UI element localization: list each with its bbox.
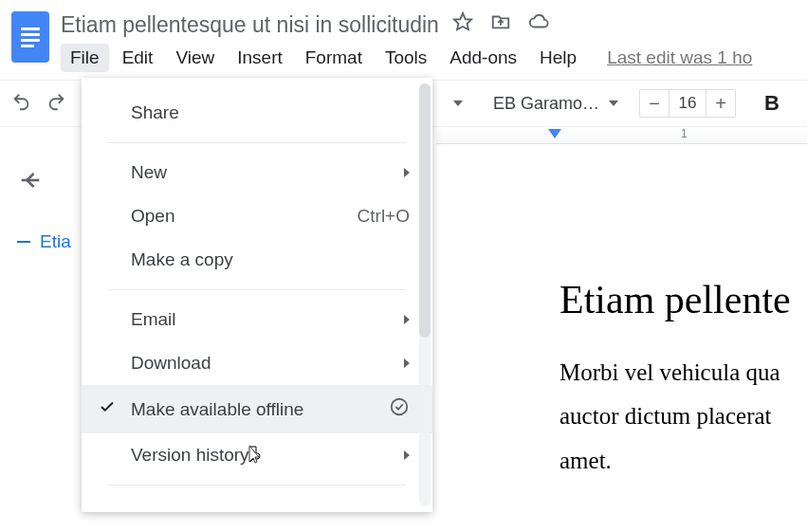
outline-panel: Etia bbox=[0, 144, 85, 532]
ruler[interactable]: 1 bbox=[436, 127, 807, 144]
font-size-decrease[interactable]: − bbox=[640, 89, 669, 118]
font-size-stepper: − 16 + bbox=[639, 89, 736, 118]
outline-collapse-icon[interactable] bbox=[17, 167, 74, 197]
styles-dropdown-icon[interactable] bbox=[453, 101, 463, 106]
menu-edit[interactable]: Edit bbox=[113, 44, 163, 72]
docs-logo[interactable] bbox=[11, 11, 49, 63]
menu-help[interactable]: Help bbox=[530, 44, 586, 72]
submenu-arrow-icon bbox=[404, 450, 410, 460]
offline-status-icon bbox=[389, 396, 410, 422]
menu-item-make-copy[interactable]: Make a copy bbox=[82, 238, 432, 282]
page-body-line: auctor dictum placerat bbox=[559, 394, 791, 438]
menu-item-share[interactable]: Share bbox=[82, 91, 432, 135]
outline-bullet-icon bbox=[17, 241, 30, 243]
menu-format[interactable]: Format bbox=[296, 44, 372, 72]
shortcut-label: Ctrl+O bbox=[358, 206, 410, 227]
submenu-arrow-icon bbox=[404, 358, 410, 368]
page-heading: Etiam pellente bbox=[559, 277, 791, 322]
menubar: File Edit View Insert Format Tools Add-o… bbox=[61, 44, 796, 72]
menu-view[interactable]: View bbox=[166, 44, 224, 72]
bold-button[interactable]: B bbox=[764, 91, 779, 116]
check-icon bbox=[99, 398, 116, 420]
menu-addons[interactable]: Add-ons bbox=[440, 44, 526, 72]
outline-item-label: Etia bbox=[40, 231, 71, 252]
menu-file[interactable]: File bbox=[61, 44, 109, 72]
menu-item-email[interactable]: Email bbox=[82, 298, 432, 341]
page-body-line: Morbi vel vehicula qua bbox=[559, 351, 791, 394]
font-name: EB Garamo… bbox=[493, 94, 599, 114]
menu-item-new[interactable]: New bbox=[82, 151, 432, 194]
redo-icon[interactable] bbox=[46, 91, 66, 116]
menu-item-make-available-offline[interactable]: Make available offline bbox=[82, 385, 432, 433]
svg-marker-0 bbox=[454, 13, 471, 29]
ruler-tick-label: 1 bbox=[681, 127, 688, 140]
document-title[interactable]: Etiam pellentesque ut nisi in sollicitud… bbox=[61, 12, 439, 38]
undo-icon[interactable] bbox=[11, 91, 32, 116]
star-icon[interactable] bbox=[452, 11, 473, 38]
menu-insert[interactable]: Insert bbox=[228, 44, 292, 72]
outline-item[interactable]: Etia bbox=[17, 231, 74, 252]
menu-item-download[interactable]: Download bbox=[82, 341, 432, 385]
font-picker[interactable]: EB Garamo… bbox=[493, 94, 618, 114]
menu-separator bbox=[108, 142, 406, 143]
last-edit-link[interactable]: Last edit was 1 ho bbox=[607, 47, 752, 68]
cloud-status-icon[interactable] bbox=[528, 11, 549, 38]
menu-item-version-history[interactable]: Version history bbox=[82, 433, 432, 477]
page-body-line: amet. bbox=[559, 439, 791, 483]
document-page[interactable]: Etiam pellente Morbi vel vehicula qua au… bbox=[455, 144, 791, 532]
menu-tools[interactable]: Tools bbox=[376, 44, 436, 72]
svg-point-2 bbox=[392, 399, 408, 415]
indent-marker-icon[interactable] bbox=[548, 129, 561, 138]
menu-separator bbox=[108, 289, 406, 290]
chevron-down-icon bbox=[609, 101, 618, 106]
menu-item-open[interactable]: OpenCtrl+O bbox=[82, 194, 432, 238]
font-size-value[interactable]: 16 bbox=[669, 90, 706, 117]
font-size-increase[interactable]: + bbox=[706, 89, 735, 118]
move-icon[interactable] bbox=[490, 11, 511, 38]
submenu-arrow-icon bbox=[404, 315, 410, 324]
file-menu-dropdown: Share New OpenCtrl+O Make a copy Email D… bbox=[82, 78, 432, 512]
menu-separator bbox=[108, 485, 406, 486]
submenu-arrow-icon bbox=[404, 168, 410, 177]
